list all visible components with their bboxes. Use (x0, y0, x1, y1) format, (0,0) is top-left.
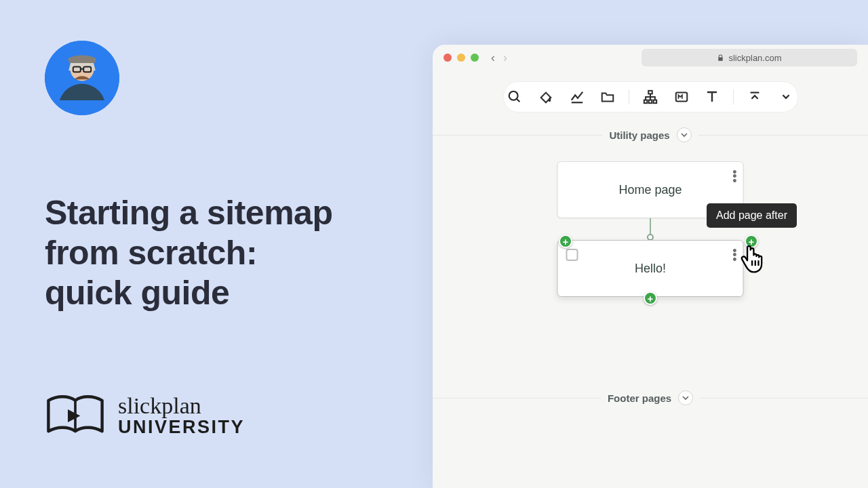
node-hello-label: Hello! (635, 262, 666, 276)
node-home-label: Home page (618, 183, 682, 197)
book-play-icon (45, 394, 106, 439)
svg-line-8 (517, 99, 520, 102)
add-page-tooltip: Add page after (707, 203, 797, 228)
footer-toggle[interactable] (678, 390, 693, 405)
title-line-1: Starting a sitemap (45, 194, 332, 232)
svg-marker-6 (68, 409, 80, 422)
add-child-page-button[interactable]: + (644, 291, 657, 305)
node-hello[interactable]: Hello! ••• (557, 240, 744, 297)
markdown-icon[interactable] (670, 85, 693, 109)
browser-chrome: ‹ › slickplan.com (433, 45, 868, 70)
svg-rect-9 (648, 91, 652, 94)
toolbar-separator (629, 89, 629, 104)
traffic-lights (443, 54, 479, 62)
svg-rect-11 (654, 100, 657, 104)
brand-sub: UNIVERSITY (118, 417, 245, 438)
sitemap-canvas[interactable]: Home page ••• Hello! ••• + + + Add page … (433, 161, 868, 385)
svg-rect-12 (649, 100, 652, 104)
node-menu-icon[interactable]: ••• (732, 170, 736, 183)
chart-icon[interactable] (566, 85, 589, 109)
title-line-3: quick guide (45, 274, 229, 312)
expand-icon[interactable] (774, 85, 797, 109)
node-menu-icon[interactable]: ••• (732, 249, 736, 262)
footer-section-header: Footer pages (433, 390, 868, 405)
toolbar-separator (733, 89, 734, 104)
add-page-before-button[interactable]: + (559, 235, 572, 248)
footer-label: Footer pages (608, 392, 671, 404)
url-text: slickplan.com (728, 53, 781, 63)
instructor-avatar (45, 41, 119, 115)
svg-point-7 (509, 92, 518, 100)
svg-rect-10 (644, 100, 648, 104)
brand-name: slickplan (118, 396, 245, 417)
node-checkbox[interactable] (566, 249, 578, 261)
cursor-hand-icon (738, 239, 772, 273)
text-icon[interactable] (701, 85, 724, 109)
minimize-light[interactable] (457, 54, 465, 62)
back-button[interactable]: ‹ (491, 51, 495, 65)
app-window: ‹ › slickplan.com Utility pages Home pag… (433, 45, 868, 488)
page-title: Starting a sitemap from scratch: quick g… (45, 193, 397, 313)
utility-section-header: Utility pages (433, 127, 868, 142)
sitemap-icon[interactable] (639, 85, 662, 109)
brand-logo: slickplan UNIVERSITY (45, 394, 245, 439)
search-icon[interactable] (503, 85, 526, 109)
folder-icon[interactable] (597, 85, 620, 109)
svg-rect-13 (675, 93, 687, 102)
lock-icon (717, 54, 724, 62)
utility-toggle[interactable] (677, 127, 692, 142)
collapse-icon[interactable] (743, 85, 766, 109)
fill-icon[interactable] (534, 85, 557, 109)
utility-label: Utility pages (609, 129, 669, 141)
url-bar[interactable]: slickplan.com (642, 49, 857, 66)
maximize-light[interactable] (471, 54, 479, 62)
forward-button[interactable]: › (503, 51, 507, 65)
title-line-2: from scratch: (45, 234, 257, 272)
editor-toolbar (503, 81, 798, 113)
close-light[interactable] (443, 54, 452, 62)
